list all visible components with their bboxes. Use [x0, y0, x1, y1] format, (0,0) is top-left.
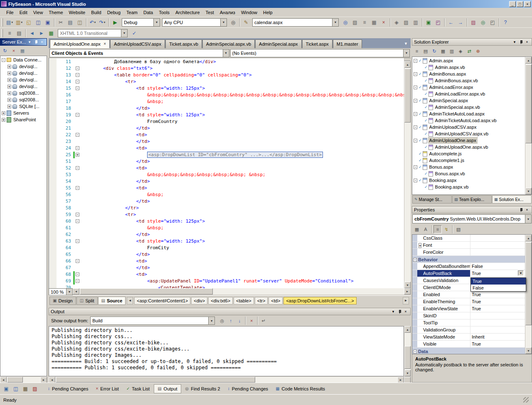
breakpoint-margin[interactable]	[49, 98, 57, 105]
category-row-data[interactable]: -Data	[412, 348, 525, 354]
breakpoint-margin[interactable]	[49, 245, 57, 251]
team-explorer-tab[interactable]: ▧Team Explo...	[452, 195, 492, 204]
code-line-55[interactable]: 55- <td>	[49, 185, 404, 191]
auto-hide-pin-icon[interactable]	[397, 309, 402, 314]
object-dropdown[interactable]: Client Objects & Events ▼	[49, 49, 229, 57]
web-browser-icon[interactable]: ◎	[478, 18, 488, 27]
expand-icon[interactable]: +	[7, 78, 11, 82]
scroll-left-icon[interactable]: ◄	[0, 377, 7, 383]
breakpoint-margin[interactable]	[49, 238, 57, 245]
check-accessibility-icon[interactable]: ✓	[130, 29, 139, 38]
collapse-icon[interactable]: -	[414, 179, 417, 182]
menu-item-file[interactable]: File	[3, 9, 17, 16]
output-text[interactable]: Publishing directory bin...Publishing di…	[49, 326, 404, 376]
properties-vertical-scrollbar[interactable]: ▲ ▼	[525, 235, 532, 354]
code-line-60[interactable]: 60- <td style="width: 125px">	[49, 218, 404, 225]
property-row-enabletheming[interactable]: EnableThemingTrue	[412, 298, 525, 305]
document-tab-ticket-aspx[interactable]: Ticket.aspx	[302, 39, 332, 48]
undo-icon[interactable]: ↶▾	[88, 18, 97, 27]
chevron-down-icon[interactable]: ▼	[66, 289, 72, 295]
chevron-down-icon[interactable]: ▾	[11, 21, 13, 24]
menu-item-view[interactable]: View	[30, 9, 46, 16]
solution-explorer-vertical-scrollbar[interactable]: ▲ ▼	[525, 57, 532, 194]
output-source-combo[interactable]: Build ▼	[90, 317, 215, 325]
breakpoint-margin[interactable]	[49, 271, 57, 278]
menu-item-architecture[interactable]: Architecture	[172, 9, 203, 16]
fold-margin[interactable]	[75, 231, 81, 238]
close-icon[interactable]: ×	[524, 207, 530, 213]
property-value[interactable]	[470, 312, 525, 319]
document-tab-adminuploadcsv-aspx[interactable]: AdminUploadCSV.aspx	[110, 39, 165, 48]
resize-grip[interactable]	[523, 397, 529, 403]
breakpoint-margin[interactable]	[49, 231, 57, 238]
property-row-visible[interactable]: VisibleTrue	[412, 341, 525, 348]
display-formatting-icon[interactable]: ≡	[5, 29, 14, 38]
help-icon[interactable]: ?	[501, 18, 510, 27]
redo-icon[interactable]: ↷▾	[98, 18, 107, 27]
fold-margin[interactable]	[75, 285, 81, 288]
auto-hide-pin-icon[interactable]	[518, 207, 524, 213]
expand-icon[interactable]: +	[7, 91, 11, 95]
zoom-combo[interactable]: 100 % ▼	[49, 288, 73, 295]
solution-item-adminspecial-aspx-vb[interactable]: ✓AdminSpecial.aspx.vb	[412, 104, 525, 110]
save-all-icon[interactable]: ▣	[43, 18, 52, 27]
code-line-12[interactable]: 12- <div class="txt6">	[49, 65, 404, 72]
scrollbar-thumb[interactable]	[7, 377, 23, 383]
collapse-region-icon[interactable]: -	[76, 213, 79, 216]
goto-next-message-icon[interactable]: ↓	[235, 317, 244, 325]
solution-item-adminticketautoload-aspx-vb[interactable]: ✓AdminTicketAutoLoad.aspx.vb	[412, 117, 525, 124]
collapsed-region[interactable]: <asp:DropDownList ID="cbFromCountry" ...…	[147, 152, 323, 158]
fold-margin[interactable]: -	[75, 278, 81, 285]
collapse-region-icon[interactable]: -	[76, 66, 79, 70]
properties-button-icon[interactable]: ≡	[433, 225, 442, 233]
property-value[interactable]: True	[470, 305, 525, 312]
code-line-66[interactable]: 66- <td>	[49, 258, 404, 265]
breakpoint-margin[interactable]	[49, 191, 57, 198]
property-value[interactable]: Inherit	[470, 334, 525, 340]
breakpoint-margin[interactable]	[49, 85, 57, 92]
menu-item-test[interactable]: Test	[203, 9, 217, 16]
scrollbar-track[interactable]	[55, 377, 397, 383]
breakpoint-margin[interactable]	[49, 118, 57, 125]
breakpoint-margin[interactable]	[49, 145, 57, 152]
properties-object-combo[interactable]: cbFromCountry System.Web.UI.WebControls.…	[412, 214, 532, 223]
fold-margin[interactable]: -	[75, 238, 81, 245]
property-pages-icon[interactable]: ▧	[454, 225, 463, 233]
show-all-files-icon[interactable]: ▤	[421, 47, 430, 55]
collapse-icon[interactable]: -	[414, 139, 417, 142]
code-line-20[interactable]: 20 FromCountry	[49, 118, 404, 125]
property-row-forecolor[interactable]: ForeColor	[412, 249, 525, 256]
scroll-up-icon[interactable]: ▲	[525, 57, 532, 64]
chevron-down-icon[interactable]: ▼	[525, 215, 531, 223]
collapse-region-icon[interactable]: -	[76, 279, 79, 283]
expand-icon[interactable]: +	[7, 65, 11, 69]
close-icon[interactable]: ×	[103, 42, 106, 46]
code-line-59[interactable]: 59- <tr>	[49, 211, 404, 218]
view-designer-icon[interactable]: ◈	[456, 47, 465, 55]
breakpoint-margin[interactable]	[49, 218, 57, 225]
code-line-11[interactable]: 11 Добавление в базу одного билета</div>	[49, 59, 404, 65]
extension-manager-icon[interactable]: ◰	[433, 18, 443, 27]
pending-changes-tab[interactable]: ↕Pending Changes	[44, 384, 91, 393]
solution-item-booking-aspx-vb[interactable]: ✓Booking.aspx.vb	[412, 184, 525, 190]
windows-cascade-icon[interactable]: ▣	[2, 384, 11, 393]
auto-hide-pin-icon[interactable]	[33, 39, 39, 45]
code-line-68[interactable]: 68- <td>	[49, 271, 404, 278]
fold-margin[interactable]: -	[75, 165, 81, 172]
clear-all-icon[interactable]: ×	[247, 317, 256, 325]
copy-icon[interactable]: ▤	[66, 18, 75, 27]
comment-selection-icon[interactable]: ▦	[47, 29, 56, 38]
menu-item-team[interactable]: Team	[123, 9, 140, 16]
breadcrumb-tag-3[interactable]: <table>	[234, 297, 254, 304]
breakpoint-margin[interactable]	[49, 112, 57, 118]
expand-icon[interactable]: +	[419, 243, 421, 248]
copy-web-site-icon[interactable]: ⇄	[465, 47, 473, 55]
scroll-right-icon[interactable]: ►	[404, 288, 411, 295]
server-node-servers[interactable]: +Servers	[0, 110, 47, 116]
solution-item-adminloaderror-aspx[interactable]: -✓AdminLoadError.aspx	[412, 84, 525, 91]
breakpoint-margin[interactable]	[49, 225, 57, 231]
breakpoint-margin[interactable]	[49, 185, 57, 191]
property-value[interactable]	[470, 249, 525, 255]
error-list-tab[interactable]: ×Error List	[92, 384, 122, 393]
property-row-font[interactable]: +Font	[412, 242, 525, 249]
